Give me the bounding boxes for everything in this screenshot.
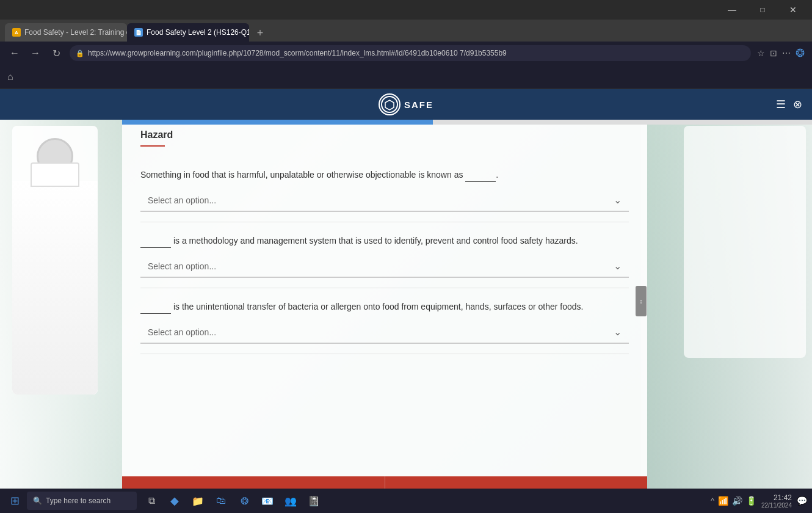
main-content: SAFE ☰ ⊗ Hazard Something in food that i…	[0, 89, 812, 513]
url-text: https://www.growprolearning.com/pluginfi…	[88, 49, 507, 57]
question-1-section: Something in food that is harmful, unpal…	[140, 169, 629, 222]
hazard-title: Hazard	[140, 129, 173, 140]
question-1-text: Something in food that is harmful, unpal…	[140, 169, 629, 182]
bottom-spacer	[122, 379, 647, 421]
tab-label-1: Food Safety - Level 2: Training co...	[24, 28, 127, 37]
clock[interactable]: 21:42 22/11/2024	[761, 493, 792, 509]
exit-icon[interactable]: ⊗	[793, 98, 802, 111]
refresh-button[interactable]: ↻	[49, 48, 63, 59]
search-icon: 🔍	[33, 497, 42, 505]
chef-right-overlay	[641, 89, 812, 513]
address-bar: ← → ↻ 🔒 https://www.growprolearning.com/…	[0, 42, 812, 65]
question-1-dropdown[interactable]: Select an option... ⌄	[140, 189, 629, 212]
tab-icon-2: 📄	[134, 28, 143, 37]
taskbar-search[interactable]: 🔍 Type here to search	[27, 492, 137, 510]
chef-left-overlay	[0, 89, 122, 513]
tab-food-safety-q1[interactable]: 📄 Food Safety Level 2 (HS126-Q1) |... ✕	[127, 23, 249, 42]
battery-icon[interactable]: 🔋	[746, 496, 756, 506]
favorites-icon[interactable]: ☆	[757, 48, 765, 58]
header-right-icons: ☰ ⊗	[776, 98, 802, 111]
sound-icon[interactable]: 🔊	[732, 496, 742, 506]
tab-icon-1: A	[12, 28, 21, 37]
chevron-down-icon-1: ⌄	[614, 194, 622, 206]
question-3-dropdown[interactable]: Select an option... ⌄	[140, 321, 629, 344]
minimize-button[interactable]: —	[718, 0, 746, 20]
edge2-icon[interactable]: ❂	[234, 491, 254, 511]
system-icons: ^ 📶 🔊 🔋	[711, 496, 756, 506]
home-button[interactable]: ⌂	[7, 71, 13, 82]
forward-button[interactable]: →	[28, 48, 43, 59]
collections-icon[interactable]: ⊡	[770, 48, 777, 58]
taskview-icon[interactable]: ⧉	[142, 491, 161, 511]
tab-label-2: Food Safety Level 2 (HS126-Q1) |...	[147, 28, 249, 37]
question-1-placeholder: Select an option...	[148, 195, 216, 205]
add-tab-button[interactable]: +	[252, 24, 269, 42]
blank-3	[140, 300, 171, 314]
quiz-panel[interactable]: Hazard Something in food that is harmful…	[122, 120, 647, 513]
question-2-placeholder: Select an option...	[148, 261, 216, 271]
hazard-separator	[140, 145, 165, 147]
chevron-down-icon-3: ⌄	[614, 326, 622, 338]
notification-icon[interactable]: 💬	[797, 496, 807, 506]
app-header: SAFE ☰ ⊗	[0, 89, 812, 120]
network-icon[interactable]: 📶	[718, 496, 728, 506]
question-2-text: is a methodology and management system t…	[140, 235, 629, 248]
browser-actions: ☆ ⊡ ⋯ ❂	[757, 46, 805, 60]
progress-bar-container	[122, 120, 812, 125]
system-tray: ^ 📶 🔊 🔋 21:42 22/11/2024 💬	[711, 493, 807, 509]
edge-taskbar-icon[interactable]: ◆	[165, 491, 184, 511]
back-button[interactable]: ←	[7, 48, 22, 59]
tab-bar: A Food Safety - Level 2: Training co... …	[0, 20, 812, 42]
question-2-section: is a methodology and management system t…	[140, 235, 629, 288]
close-button[interactable]: ✕	[779, 0, 807, 20]
chevron-down-icon-2: ⌄	[614, 260, 622, 272]
progress-bar-fill	[122, 120, 433, 125]
scroll-indicator[interactable]: ↕	[636, 286, 647, 316]
question-2-dropdown[interactable]: Select an option... ⌄	[140, 255, 629, 278]
chevron-icon[interactable]: ^	[711, 497, 714, 505]
windows-start-button[interactable]: ⊞	[5, 491, 24, 511]
question-3-text: is the unintentional transfer of bacteri…	[140, 300, 629, 314]
logo-text: SAFE	[404, 100, 433, 110]
question-3-section: is the unintentional transfer of bacteri…	[140, 300, 629, 354]
question-3-placeholder: Select an option...	[148, 327, 216, 337]
url-box[interactable]: 🔒 https://www.growprolearning.com/plugin…	[70, 45, 751, 61]
store-icon[interactable]: 🛍	[211, 491, 231, 511]
edge-icon[interactable]: ❂	[796, 46, 805, 60]
taskbar: ⊞ 🔍 Type here to search ⧉ ◆ 📁 🛍 ❂ 📧 👥 📓 …	[0, 489, 812, 513]
teams-icon[interactable]: 👥	[281, 491, 300, 511]
taskbar-icons: ⧉ ◆ 📁 🛍 ❂ 📧 👥 📓	[142, 491, 324, 511]
more-icon[interactable]: ⋯	[782, 48, 791, 58]
browser-chrome: — □ ✕ A Food Safety - Level 2: Training …	[0, 0, 812, 89]
clock-time: 21:42	[761, 493, 792, 502]
outlook-icon[interactable]: 📧	[258, 491, 277, 511]
search-placeholder: Type here to search	[46, 497, 111, 505]
safe-logo: SAFE	[379, 93, 433, 115]
logo-circle	[379, 93, 401, 115]
maximize-button[interactable]: □	[749, 0, 777, 20]
blank-2	[140, 235, 171, 248]
clock-date: 22/11/2024	[761, 502, 792, 509]
lock-icon: 🔒	[76, 49, 84, 57]
tab-food-safety-training[interactable]: A Food Safety - Level 2: Training co... …	[5, 23, 127, 42]
toolbar-row: ⌂	[0, 65, 812, 89]
title-bar: — □ ✕	[0, 0, 812, 20]
menu-icon[interactable]: ☰	[776, 98, 786, 111]
onenote-icon[interactable]: 📓	[304, 491, 324, 511]
blank-1	[465, 169, 496, 182]
quiz-content: Something in food that is harmful, unpal…	[122, 156, 647, 379]
explorer-icon[interactable]: 📁	[188, 491, 208, 511]
